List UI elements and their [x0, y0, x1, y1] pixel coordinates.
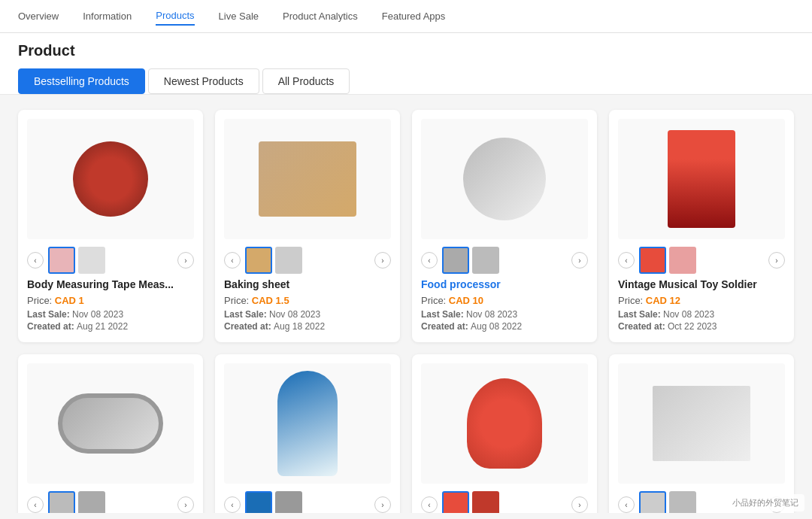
- price-value-4: CAD 12: [646, 295, 680, 306]
- tab-all[interactable]: All Products: [262, 68, 350, 94]
- product-card: ‹ › Baking sheet Price: CAD 1.5 Last Sal…: [215, 110, 400, 342]
- product-created-4: Created at: Oct 22 2023: [618, 321, 785, 332]
- product-created-3: Created at: Aug 08 2022: [421, 321, 588, 332]
- carousel-nav-6: ‹ ›: [224, 491, 391, 513]
- thumbnail-1-7[interactable]: [442, 491, 469, 513]
- nav-featured-apps[interactable]: Featured Apps: [382, 8, 446, 25]
- thumbnail-2-1[interactable]: [78, 247, 105, 274]
- thumbnail-2-3[interactable]: [472, 247, 499, 274]
- carousel-nav-4: ‹ ›: [618, 247, 785, 274]
- product-image-4: [618, 119, 785, 239]
- product-image-5: [27, 363, 194, 484]
- carousel-next-4[interactable]: ›: [768, 252, 785, 269]
- thumbnail-row-5: [48, 491, 173, 513]
- carousel-next-6[interactable]: ›: [374, 496, 391, 513]
- nav-live-sale[interactable]: Live Sale: [219, 8, 259, 25]
- product-price-row-2: Price: CAD 1.5: [224, 295, 391, 306]
- nav-analytics[interactable]: Product Analytics: [283, 8, 358, 25]
- product-tabs: Bestselling Products Newest Products All…: [18, 68, 794, 94]
- product-last-sale-3: Last Sale: Nov 08 2023: [421, 309, 588, 320]
- price-value-1: CAD 1: [55, 295, 84, 306]
- thumbnail-row-3: [442, 247, 567, 274]
- product-image-1: [27, 119, 194, 239]
- thumbnail-1-3[interactable]: [442, 247, 469, 274]
- carousel-nav-3: ‹ ›: [421, 247, 588, 274]
- carousel-nav-1: ‹ ›: [27, 247, 194, 274]
- product-card: ‹ › Santa Claus Figurine Price: CAD 7 La…: [412, 354, 597, 513]
- product-card: ‹ › Vintage Musical Toy Soldier Price: C…: [609, 110, 794, 342]
- thumbnail-2-6[interactable]: [275, 491, 302, 513]
- carousel-prev-1[interactable]: ‹: [27, 252, 44, 269]
- tab-bestselling[interactable]: Bestselling Products: [18, 68, 145, 94]
- thumbnail-row-4: [639, 247, 764, 274]
- product-card: ‹ › Silver Ring Tray Price: CAD 8 Last S…: [18, 354, 203, 513]
- price-label: Price:: [224, 295, 252, 306]
- thumbnail-row-1: [48, 247, 173, 274]
- thumbnail-2-5[interactable]: [78, 491, 105, 513]
- products-grid: ‹ › Body Measuring Tape Meas... Price: C…: [18, 110, 794, 513]
- price-label: Price:: [421, 295, 449, 306]
- product-name-4: Vintage Musical Toy Soldier: [618, 278, 785, 290]
- carousel-next-3[interactable]: ›: [571, 252, 588, 269]
- carousel-prev-3[interactable]: ‹: [421, 252, 438, 269]
- product-last-sale-4: Last Sale: Nov 08 2023: [618, 309, 785, 320]
- watermark: 小品好的外贸笔记: [726, 494, 804, 511]
- page-title: Product: [18, 42, 794, 59]
- product-card: ‹ › Food processor Price: CAD 10 Last Sa…: [412, 110, 597, 342]
- nav-overview[interactable]: Overview: [18, 8, 59, 25]
- carousel-next-5[interactable]: ›: [177, 496, 194, 513]
- page-header: Product Bestselling Products Newest Prod…: [0, 33, 812, 95]
- nav-information[interactable]: Information: [83, 8, 132, 25]
- carousel-prev-8[interactable]: ‹: [618, 496, 635, 513]
- tab-newest[interactable]: Newest Products: [148, 68, 259, 94]
- carousel-next-2[interactable]: ›: [374, 252, 391, 269]
- thumbnail-1-6[interactable]: [245, 491, 272, 513]
- thumbnail-row-6: [245, 491, 370, 513]
- price-value-2: CAD 1.5: [252, 295, 289, 306]
- product-created-1: Created at: Aug 21 2022: [27, 321, 194, 332]
- carousel-prev-5[interactable]: ‹: [27, 496, 44, 513]
- carousel-nav-2: ‹ ›: [224, 247, 391, 274]
- carousel-prev-2[interactable]: ‹: [224, 252, 241, 269]
- product-image-6: [224, 363, 391, 484]
- content-area: ‹ › Body Measuring Tape Meas... Price: C…: [0, 95, 812, 513]
- nav-products[interactable]: Products: [156, 7, 194, 26]
- product-price-row-1: Price: CAD 1: [27, 295, 194, 306]
- product-card: ‹ › Body Measuring Tape Meas... Price: C…: [18, 110, 203, 342]
- thumbnail-2-2[interactable]: [275, 247, 302, 274]
- thumbnail-1-1[interactable]: [48, 247, 75, 274]
- thumbnail-2-8[interactable]: [669, 491, 696, 513]
- product-name-3[interactable]: Food processor: [421, 278, 588, 290]
- carousel-prev-7[interactable]: ‹: [421, 496, 438, 513]
- product-name-1: Body Measuring Tape Meas...: [27, 278, 194, 290]
- price-value-3: CAD 10: [449, 295, 483, 306]
- price-label: Price:: [618, 295, 646, 306]
- product-name-2: Baking sheet: [224, 278, 391, 290]
- product-card: ‹ › HEAD Tennis Racket Price: CAD 5 Last…: [215, 354, 400, 513]
- carousel-prev-6[interactable]: ‹: [224, 496, 241, 513]
- thumbnail-1-2[interactable]: [245, 247, 272, 274]
- product-last-sale-2: Last Sale: Nov 08 2023: [224, 309, 391, 320]
- product-image-3: [421, 119, 588, 239]
- product-image-8: [618, 363, 785, 484]
- product-card: ‹ › Silver Spoons & Fork Set Price: CAD …: [609, 354, 794, 513]
- product-price-row-4: Price: CAD 12: [618, 295, 785, 306]
- product-image-7: [421, 363, 588, 484]
- carousel-nav-5: ‹ ›: [27, 491, 194, 513]
- top-navigation: Overview Information Products Live Sale …: [0, 0, 812, 33]
- thumbnail-2-4[interactable]: [669, 247, 696, 274]
- price-label: Price:: [27, 295, 55, 306]
- thumbnail-row-2: [245, 247, 370, 274]
- carousel-prev-4[interactable]: ‹: [618, 252, 635, 269]
- carousel-nav-7: ‹ ›: [421, 491, 588, 513]
- thumbnail-2-7[interactable]: [472, 491, 499, 513]
- thumbnail-1-4[interactable]: [639, 247, 666, 274]
- thumbnail-1-8[interactable]: [639, 491, 666, 513]
- carousel-next-1[interactable]: ›: [177, 252, 194, 269]
- product-image-2: [224, 119, 391, 239]
- thumbnail-1-5[interactable]: [48, 491, 75, 513]
- product-last-sale-1: Last Sale: Nov 08 2023: [27, 309, 194, 320]
- thumbnail-row-7: [442, 491, 567, 513]
- carousel-next-7[interactable]: ›: [571, 496, 588, 513]
- product-created-2: Created at: Aug 18 2022: [224, 321, 391, 332]
